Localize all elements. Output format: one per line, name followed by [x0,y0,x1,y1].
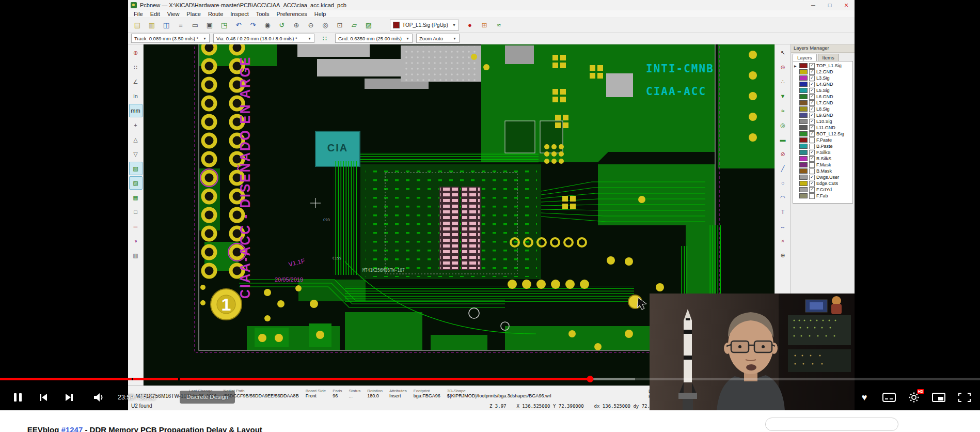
place-footprint-icon[interactable]: ▼ [776,89,789,103]
zoom-in-icon[interactable]: ⊕ [290,19,303,32]
layer-row[interactable]: ▶ L10.Sig [793,118,852,125]
layer-visibility-checkbox[interactable] [809,63,815,69]
zoom-selection-icon[interactable]: ⊡ [333,19,346,32]
local-ratsnest-icon[interactable]: ∴ [776,75,789,88]
menu-place[interactable]: Place [183,11,204,17]
layer-row[interactable]: ▶ L5.Sig [793,87,852,94]
layer-color-swatch[interactable] [799,187,808,192]
menu-tools[interactable]: Tools [252,11,273,17]
via-size-select[interactable]: Via: 0.46 / 0.20 mm (18.0 / 8.0 mils) * … [213,34,314,43]
zone-fill-mode-icon[interactable]: ▧ [129,162,143,175]
progress-bar[interactable] [0,378,980,380]
captions-button[interactable] [878,385,900,410]
miniplayer-button[interactable] [927,385,950,410]
layer-color-swatch[interactable] [799,113,808,118]
tab-layers[interactable]: Layers [793,54,817,61]
layer-color-swatch[interactable] [799,82,808,87]
layer-visibility-checkbox[interactable] [809,168,815,174]
open-board-icon[interactable]: ▥ [145,19,159,32]
layer-visibility-checkbox[interactable] [809,162,815,168]
layer-color-swatch[interactable] [799,137,808,143]
layer-row[interactable]: ▶ F.SilkS [793,149,852,156]
layer-visibility-checkbox[interactable] [809,131,815,137]
layer-row[interactable]: ▶ TOP_L1.Sig [793,63,852,69]
previous-button[interactable] [32,385,55,410]
minimize-button[interactable]: ─ [805,0,821,10]
layer-row[interactable]: ▶ L6.GND [793,94,852,100]
fullscreen-button[interactable] [953,385,976,410]
layer-visibility-checkbox[interactable] [809,106,815,112]
layer-row[interactable]: ▶ BOT_L12.Sig [793,131,852,137]
scrubber-handle[interactable] [587,376,593,382]
layer-visibility-checkbox[interactable] [809,100,815,106]
highlight-net-icon[interactable]: ⊚ [776,60,789,74]
grid-size-select[interactable]: Grid: 0.6350 mm (25.00 mils) ▼ [335,34,413,43]
layer-visibility-checkbox[interactable] [809,69,815,75]
ratsnest-visibility-icon[interactable]: △ [129,133,143,146]
layer-color-swatch[interactable] [799,106,808,112]
layer-visibility-checkbox[interactable] [809,119,815,125]
layer-color-swatch[interactable] [799,131,808,136]
zoom-fit-icon[interactable]: ◎ [319,19,332,32]
menu-view[interactable]: View [164,11,183,17]
layer-row[interactable]: ▶ L7.GND [793,100,852,106]
layer-color-swatch[interactable] [799,75,808,81]
place-via-icon[interactable]: ◎ [776,118,789,132]
layer-row[interactable]: ▶ F.CrtYd [793,187,852,193]
refresh-icon[interactable]: ↺ [275,19,289,32]
print-icon[interactable]: ▣ [203,19,216,32]
layer-row[interactable]: ▶ F.Paste [793,137,852,143]
draw-line-icon[interactable]: ╱ [776,162,789,175]
save-board-icon[interactable]: ◫ [160,19,173,32]
microwave-tools-icon[interactable]: ≈ [492,19,505,32]
layer-visibility-checkbox[interactable] [809,175,815,180]
layer-visibility-checkbox[interactable] [809,88,815,94]
active-layer-select[interactable]: TOP_L1.Sig (PgUp) ▼ [390,20,459,30]
next-button[interactable] [58,385,81,410]
menu-help[interactable]: Help [311,11,330,17]
grid-style-icon[interactable]: ∷ [318,32,331,45]
menu-file[interactable]: File [130,11,147,17]
layer-row[interactable]: ▶ Edge.Cuts [793,180,852,187]
layer-visibility-checkbox[interactable] [809,181,815,187]
layer-visibility-checkbox[interactable] [809,193,815,199]
layer-color-swatch[interactable] [799,119,808,124]
layer-row[interactable]: ▶ Dwgs.User [793,174,852,180]
zone-outline-mode-icon[interactable]: ▨ [129,176,143,190]
layer-visibility-checkbox[interactable] [809,82,815,87]
grid-visibility-icon[interactable]: ∷ [129,60,143,74]
grid-origin-icon[interactable]: ⊕ [776,249,789,262]
units-inch-icon[interactable]: in [129,89,143,103]
zone-sketch-mode-icon[interactable]: ▦ [129,191,143,204]
layer-row[interactable]: ▶ F.Fab [793,193,852,199]
layer-color-swatch[interactable] [799,94,808,99]
layer-row[interactable]: ▶ L2.GND [793,69,852,75]
chapter-title[interactable]: Discrete Design [180,391,235,404]
units-mm-icon[interactable]: mm [129,104,143,117]
high-contrast-icon[interactable]: ◑ [129,234,143,248]
ratsnest-curved-icon[interactable]: ▽ [129,147,143,161]
pads-sketch-icon[interactable]: □ [129,205,143,219]
keepout-area-icon[interactable]: ⊘ [776,147,789,161]
layer-color-swatch[interactable] [799,100,808,105]
find-icon[interactable]: ◉ [261,19,274,32]
draw-arc-icon[interactable]: ◠ [776,191,789,204]
layer-color-swatch[interactable] [799,63,808,68]
layer-color-swatch[interactable] [799,168,808,174]
layers-manager-toggle-icon[interactable]: ▥ [129,249,143,262]
layer-row[interactable]: ▶ F.Mask [793,162,852,168]
layer-visibility-checkbox[interactable] [809,125,815,131]
layer-color-swatch[interactable] [799,181,808,186]
menu-edit[interactable]: Edit [147,11,164,17]
layer-row[interactable]: ▶ L8.Sig [793,106,852,112]
zoom-out-icon[interactable]: ⊖ [304,19,318,32]
layer-visibility-checkbox[interactable] [809,187,815,193]
layer-visibility-checkbox[interactable] [809,113,815,118]
delete-tool-icon[interactable]: × [776,234,789,248]
hotkey-language-icon[interactable]: ● [463,19,477,32]
text-tool-icon[interactable]: T [776,205,789,219]
menu-preferences[interactable]: Preferences [273,11,310,17]
tab-items[interactable]: Items [818,54,839,61]
layer-row[interactable]: ▶ B.Paste [793,143,852,149]
layer-visibility-checkbox[interactable] [809,75,815,81]
